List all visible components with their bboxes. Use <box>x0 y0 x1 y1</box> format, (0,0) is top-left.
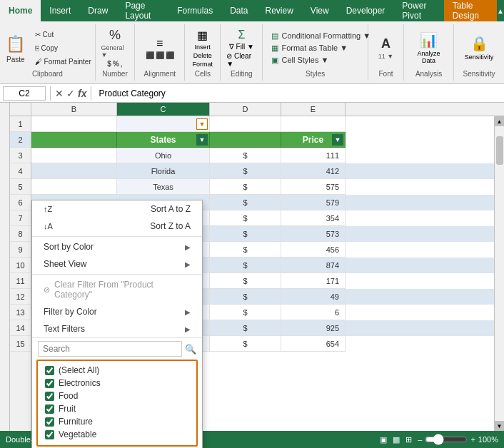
cell-d9[interactable]: $ <box>210 242 281 258</box>
filter-by-color-item[interactable]: Filter by Color ▶ <box>32 303 202 320</box>
zoom-in-btn[interactable]: + <box>470 435 475 444</box>
currency-btn[interactable]: $ <box>107 60 111 68</box>
sort-z-a-item[interactable]: ↓A Sort Z to A <box>32 218 202 235</box>
paste-button[interactable]: 📋 Paste <box>1 28 31 68</box>
cell-e1[interactable] <box>281 116 346 132</box>
formula-confirm-icon[interactable]: ✓ <box>66 88 75 99</box>
col-header-e[interactable]: E <box>281 103 346 116</box>
conditional-formatting-button[interactable]: ▤ Conditional Formatting ▼ <box>268 31 362 41</box>
cell-d8[interactable]: $ <box>210 226 281 242</box>
check-electronics[interactable] <box>45 379 54 388</box>
sort-a-z-item[interactable]: ↑Z Sort A to Z <box>32 200 202 218</box>
align-left-btn[interactable]: ⬛ <box>146 51 154 59</box>
cell-d5[interactable]: $ <box>210 179 281 195</box>
cell-d11[interactable]: $ <box>210 273 281 289</box>
tab-view[interactable]: View <box>302 0 338 21</box>
tab-page-layout[interactable]: Page Layout <box>116 0 168 21</box>
sheet-view-item[interactable]: Sheet View ▶ <box>32 255 202 273</box>
align-right-btn[interactable]: ⬛ <box>166 51 174 59</box>
text-filters-item[interactable]: Text Filters ▶ <box>32 320 202 337</box>
cell-d2[interactable] <box>210 132 281 148</box>
check-fruit[interactable] <box>45 404 54 414</box>
cell-e14[interactable]: 925 <box>281 320 346 336</box>
cell-c3[interactable]: Ohio <box>117 148 210 163</box>
cell-e2[interactable]: Price ▼ <box>281 132 346 148</box>
cell-d13[interactable]: $ <box>210 305 281 320</box>
cell-e13[interactable]: 6 <box>281 305 346 320</box>
check-select-all[interactable] <box>45 366 54 375</box>
tab-table-design[interactable]: Table Design <box>444 0 497 21</box>
check-furniture[interactable] <box>45 417 54 427</box>
col-header-c[interactable]: C <box>117 103 210 116</box>
cut-button[interactable]: ✂ Cut <box>32 28 94 41</box>
tab-draw[interactable]: Draw <box>79 0 116 21</box>
cell-reference-input[interactable] <box>3 86 46 101</box>
clear-filter-item[interactable]: ⊘ Clear Filter From "Product Category" <box>32 276 202 303</box>
cell-e7[interactable]: 354 <box>281 210 346 226</box>
formula-cancel-icon[interactable]: ✕ <box>55 88 64 99</box>
filter-dropdown-price-btn[interactable]: ▼ <box>332 134 343 146</box>
copy-button[interactable]: ⎘ Copy <box>32 41 94 54</box>
cell-e12[interactable]: 49 <box>281 289 346 305</box>
cell-d4[interactable]: $ <box>210 163 281 179</box>
cell-d10[interactable]: $ <box>210 258 281 273</box>
tab-home[interactable]: Home <box>0 0 41 21</box>
cell-c2[interactable]: States ▼ <box>117 132 210 148</box>
tab-insert[interactable]: Insert <box>41 0 79 21</box>
cell-b4[interactable] <box>31 163 117 179</box>
percent-btn[interactable]: % <box>113 60 119 68</box>
sort-by-color-item[interactable]: Sort by Color ▶ <box>32 238 202 255</box>
scroll-down-btn[interactable]: ▼ <box>495 421 505 431</box>
check-vegetable[interactable] <box>45 430 54 439</box>
cell-c5[interactable]: Texas <box>117 179 210 195</box>
cell-b1[interactable] <box>31 116 117 132</box>
cell-e11[interactable]: 171 <box>281 273 346 289</box>
format-as-table-button[interactable]: ▦ Format as Table ▼ <box>268 43 362 54</box>
scroll-up-btn[interactable]: ▲ <box>495 116 505 126</box>
cell-c4[interactable]: Florida <box>117 163 210 179</box>
tab-formulas[interactable]: Formulas <box>168 0 221 21</box>
filter-dropdown-states-btn[interactable]: ▼ <box>196 134 208 146</box>
cell-e4[interactable]: 412 <box>281 163 346 179</box>
cell-d12[interactable]: $ <box>210 289 281 305</box>
cell-d6[interactable]: $ <box>210 195 281 210</box>
cell-e6[interactable]: 579 <box>281 195 346 210</box>
col-header-b[interactable]: B <box>31 103 117 116</box>
view-layout-icon[interactable]: ▦ <box>393 435 400 444</box>
cell-e10[interactable]: 874 <box>281 258 346 273</box>
formula-function-icon[interactable]: fx <box>78 88 86 99</box>
font-size-btn[interactable]: 11 ▼ <box>378 53 393 60</box>
check-food[interactable] <box>45 392 54 401</box>
tab-review[interactable]: Review <box>257 0 302 21</box>
tab-developer[interactable]: Developer <box>338 0 394 21</box>
filter-dropdown-c-btn[interactable]: ▼ <box>196 118 208 130</box>
col-header-d[interactable]: D <box>210 103 281 116</box>
zoom-slider[interactable] <box>425 434 468 445</box>
cell-e8[interactable]: 573 <box>281 226 346 242</box>
cell-d7[interactable]: $ <box>210 210 281 226</box>
cell-styles-button[interactable]: ▣ Cell Styles ▼ <box>268 55 362 66</box>
cell-e3[interactable]: 111 <box>281 148 346 163</box>
cell-c1[interactable]: ▼ <box>117 116 210 132</box>
scrollbar-thumb[interactable] <box>496 136 503 165</box>
cell-b2[interactable] <box>31 132 117 148</box>
cell-d14[interactable]: $ <box>210 320 281 336</box>
tab-power-pivot[interactable]: Power Pivot <box>393 0 443 21</box>
view-page-break-icon[interactable]: ⊞ <box>405 435 412 444</box>
cell-b3[interactable] <box>31 148 117 163</box>
format-painter-button[interactable]: 🖌 Format Painter <box>32 55 94 68</box>
cell-b5[interactable] <box>31 179 117 195</box>
cell-e15[interactable]: 654 <box>281 336 346 352</box>
vertical-scrollbar[interactable]: ▲ ▼ <box>494 116 504 431</box>
comma-btn[interactable]: , <box>121 60 123 68</box>
zoom-out-btn[interactable]: – <box>418 435 422 444</box>
cell-d3[interactable]: $ <box>210 148 281 163</box>
align-center-btn[interactable]: ⬛ <box>156 51 164 59</box>
cell-e5[interactable]: 575 <box>281 179 346 195</box>
filter-search-input[interactable] <box>38 341 182 357</box>
cell-d15[interactable]: $ <box>210 336 281 352</box>
formula-input[interactable] <box>96 87 501 100</box>
view-normal-icon[interactable]: ▣ <box>380 435 387 444</box>
tab-data[interactable]: Data <box>221 0 256 21</box>
cell-e9[interactable]: 456 <box>281 242 346 258</box>
